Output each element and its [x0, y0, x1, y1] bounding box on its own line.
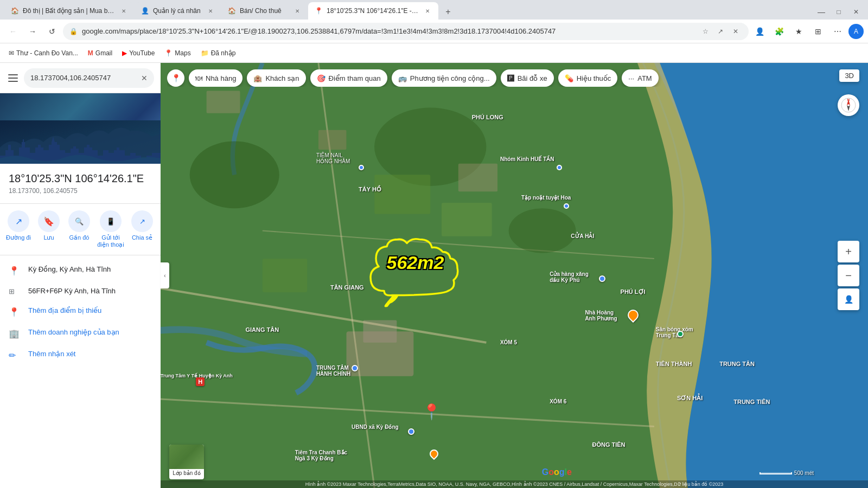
add-missing-place[interactable]: 📍 Thêm địa điểm bị thiếu [0, 301, 161, 323]
tab-1-close[interactable]: ✕ [119, 7, 128, 15]
browser-profile-icon[interactable]: 👤 [751, 23, 768, 40]
measurement-annotation: 562m2 [379, 248, 452, 278]
save-button[interactable]: 🔖 Lưu [35, 210, 63, 248]
poi-nhom-kinh[interactable] [557, 165, 562, 170]
chip-hotel[interactable]: 🏨 Khách sạn [247, 69, 305, 87]
chip-transit[interactable]: 🚌 Phương tiện công cộng... [392, 69, 496, 87]
back-button[interactable]: ← [4, 23, 22, 40]
send-to-phone-button[interactable]: 📱 Gửi tới điện thoại [95, 210, 126, 248]
poi-ubnd[interactable] [408, 428, 414, 435]
chip-attractions[interactable]: 🎯 Điểm tham quan [310, 69, 387, 87]
share-button[interactable]: ↗ Chia sẻ [128, 210, 156, 248]
settings-icon[interactable]: ⋯ [829, 23, 846, 40]
location-details: 📍 Kỳ Đồng, Kỳ Anh, Hà Tĩnh ⊞ 56FR+F6P Kỳ… [0, 255, 161, 370]
refresh-button[interactable]: ↺ [43, 23, 61, 40]
forward-button[interactable]: → [24, 23, 41, 40]
satellite-imagery [161, 63, 868, 488]
sidebar-collapse-button[interactable]: ‹ [161, 262, 169, 288]
new-tab-button[interactable]: + [441, 4, 456, 20]
chip-restaurant[interactable]: 🍽 Nhà hàng [189, 69, 242, 87]
street-view-button[interactable]: 👤 [838, 288, 859, 310]
profile-avatar[interactable]: A [848, 24, 864, 39]
nearby-icon: 🔍 [68, 210, 90, 232]
search-clear-icon[interactable]: ✕ [141, 74, 148, 82]
compass[interactable]: N [838, 94, 859, 116]
poi-nha-hoang[interactable] [628, 310, 641, 325]
youtube-bookmark-icon: ▶ [122, 49, 127, 57]
nav-right: 👤 🧩 ★ ⊞ ⋯ A [751, 23, 864, 40]
collections-icon[interactable]: ⊞ [809, 23, 827, 40]
tab-2-close[interactable]: ✕ [206, 7, 215, 15]
transit-chip-label: Phương tiện công cộng... [410, 74, 490, 82]
tab-1-title: Đô thị | Bất động sản | Mua bán... [23, 7, 115, 15]
add-review-text: Thêm nhận xét [28, 350, 76, 358]
gmail-bookmark-icon: M [88, 49, 93, 57]
filter-pin-button[interactable]: 📍 [167, 69, 184, 87]
nearby-button[interactable]: 🔍 Gần đó [65, 210, 93, 248]
detail-plus-code[interactable]: ⊞ 56FR+F6P Kỳ Anh, Hà Tĩnh [0, 281, 161, 301]
directions-button[interactable]: ↗ Đường đi [4, 210, 33, 248]
poi-trung-tam-hc[interactable] [352, 365, 358, 371]
bookmark-star-icon[interactable]: ☆ [699, 25, 712, 38]
bookmark-email[interactable]: ✉ Thư - Canh Đo Van... [4, 46, 82, 61]
poi-tiem-tra[interactable] [430, 450, 441, 463]
tab-4[interactable]: 📍 18°10'25.3"N 106°14'26.1"E - Go... ✕ [308, 2, 438, 20]
tab-maximize[interactable]: □ [831, 4, 846, 20]
label-tay-ho: TÁY HỒ [359, 186, 381, 193]
search-field[interactable]: 18.1737004,106.2405747 [30, 74, 137, 82]
address-pin-icon: 📍 [9, 266, 20, 276]
sidebar-menu-icon[interactable] [7, 72, 20, 85]
pharmacy-chip-label: Hiệu thuốc [577, 74, 611, 82]
tab-3[interactable]: 🏠 Bán/ Cho thuê ✕ [221, 2, 308, 20]
chip-parking[interactable]: 🅿 Bãi đỗ xe [501, 69, 554, 87]
layer-button[interactable]: Lớp bản đồ [169, 445, 204, 479]
restaurant-chip-icon: 🍽 [195, 74, 202, 82]
svg-rect-17 [263, 259, 308, 292]
zoom-in-button[interactable]: + [838, 241, 859, 262]
google-e: e [567, 467, 572, 477]
bookmark-gmail[interactable]: M Gmail [84, 46, 117, 61]
bookmark-youtube[interactable]: ▶ YouTube [118, 46, 159, 61]
3d-button[interactable]: 3D [839, 69, 859, 82]
tab-2[interactable]: 👤 Quản lý cá nhân ✕ [135, 2, 221, 20]
tab-minimize[interactable]: — [814, 4, 829, 20]
tab-close-window[interactable]: ✕ [848, 4, 864, 20]
svg-rect-0 [8, 74, 18, 75]
share-address-icon[interactable]: ↗ [714, 25, 727, 38]
chip-atm[interactable]: ··· ATM [622, 69, 658, 87]
svg-rect-20 [458, 164, 497, 192]
address-bar[interactable]: 🔒 google.com/maps/place/18°10'25.3"N+106… [63, 23, 749, 40]
tab-1-favicon: 🏠 [11, 7, 18, 15]
chip-pharmacy[interactable]: 💊 Hiệu thuốc [558, 69, 618, 87]
add-business[interactable]: 🏢 Thêm doanh nghiệp của bạn [0, 323, 161, 344]
poi-cua-hang[interactable] [599, 275, 605, 282]
main-map-pin[interactable]: 📍 [422, 403, 441, 421]
hotel-chip-icon: 🏨 [253, 74, 262, 82]
poi-tiem-nail[interactable] [359, 165, 364, 170]
map-area[interactable]: PHÚ LONG TÁY HỒ TIÊM NAILHỒNG NHÂM Nhóm … [161, 63, 868, 488]
tab-4-close[interactable]: ✕ [423, 7, 432, 15]
zoom-out-button[interactable]: − [838, 265, 859, 286]
bookmark-maps[interactable]: 📍 Maps [160, 46, 195, 61]
tab-1[interactable]: 🏠 Đô thị | Bất động sản | Mua bán... ✕ [4, 2, 135, 20]
maps-sidebar: 18.1737004,106.2405747 ✕ [0, 63, 161, 488]
bookmark-gmail-label: Gmail [95, 49, 112, 57]
navigation-bar: ← → ↺ 🔒 google.com/maps/place/18°10'25.3… [0, 20, 868, 43]
extensions-icon[interactable]: 🧩 [770, 23, 788, 40]
close-address-icon[interactable]: ✕ [729, 25, 742, 38]
label-ubnd: UBND xã Kỳ Đồng [352, 424, 399, 430]
detail-address[interactable]: 📍 Kỳ Đồng, Kỳ Anh, Hà Tĩnh [0, 260, 161, 281]
favorites-icon[interactable]: ★ [790, 23, 807, 40]
label-tiem-nail: TIÊM NAILHỒNG NHÂM [316, 152, 350, 164]
poi-yte[interactable]: H [196, 377, 205, 386]
search-input-box[interactable]: 18.1737004,106.2405747 ✕ [24, 68, 154, 88]
tab-2-favicon: 👤 [141, 7, 149, 15]
label-son-hai: SƠN HẢI [677, 395, 703, 402]
poi-tap-noat[interactable] [564, 203, 569, 209]
add-review[interactable]: ✏ Thêm nhận xét [0, 344, 161, 366]
label-trung-tam: TRUNG TÂMHÀNH CHÍNH [316, 365, 350, 377]
bookmark-imported[interactable]: 📁 Đã nhập [196, 46, 240, 61]
tab-3-close[interactable]: ✕ [293, 7, 302, 15]
poi-san-bong[interactable] [677, 331, 684, 337]
label-dong-tien: ĐÔNG TIÊN [592, 441, 625, 448]
